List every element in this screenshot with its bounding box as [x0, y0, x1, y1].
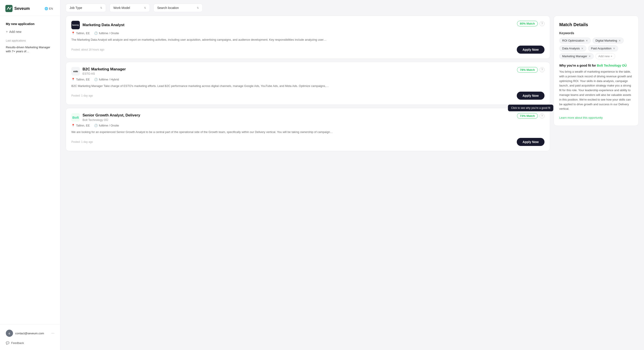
- avatar: c: [6, 330, 13, 337]
- job-3-match-area: 73% Match ? Click to see why you're a go…: [517, 113, 544, 119]
- job-1-match-area: 80% Match ?: [517, 21, 544, 26]
- keyword-data: Data Analysis ✕: [559, 45, 586, 51]
- esto-company-logo: esto: [71, 67, 80, 75]
- user-row[interactable]: c contact@seveum.com ···: [4, 328, 56, 339]
- add-keyword-button[interactable]: Add new +: [596, 53, 615, 59]
- job-card-1-title-area: benrey Marketing Data Analyst: [71, 21, 124, 29]
- fit-company-name[interactable]: Bolt Technology OÜ: [597, 64, 627, 67]
- job-card-1[interactable]: benrey Marketing Data Analyst 80% Match …: [66, 16, 550, 59]
- language-button[interactable]: 🌐 EN: [43, 6, 55, 11]
- seveum-logo-icon: [5, 5, 12, 12]
- job-card-1-titles: Marketing Data Analyst: [82, 23, 124, 27]
- job-card-3-titles: Senior Growth Analyst, Delivery Bolt Tec…: [82, 113, 140, 121]
- logo-text: Seveum: [14, 6, 30, 11]
- keyword-paid-text: Paid Acquisition: [591, 47, 612, 50]
- job-2-match-area: 78% Match ?: [517, 67, 544, 73]
- add-new-label: Add new: [9, 30, 21, 33]
- keyword-manager: Marketing Manager ✕: [559, 53, 594, 59]
- job-3-tooltip: Click to see why you're a good fit: [508, 105, 554, 111]
- clock-icon-2: 🕐: [94, 78, 98, 81]
- add-keyword-plus-icon: +: [611, 54, 612, 58]
- match-details-title: Match Details: [559, 22, 633, 27]
- plus-icon: +: [6, 30, 8, 34]
- job-2-jobtype: 🕐 fulltime / Hybrid: [94, 78, 119, 81]
- keyword-digital-remove[interactable]: ✕: [618, 39, 621, 42]
- job-card-3-header: Bolt Senior Growth Analyst, Delivery Bol…: [71, 113, 544, 122]
- job-card-2[interactable]: esto B2C Marketing Manager ESTO AS 78% M…: [66, 62, 550, 105]
- add-new-button[interactable]: + Add new: [4, 28, 56, 35]
- job-2-apply-button[interactable]: Apply Now: [517, 92, 544, 100]
- current-application-title[interactable]: My new application: [4, 20, 56, 27]
- job-2-company: ESTO AS: [82, 72, 126, 75]
- work-model-label: Work Model: [113, 6, 130, 9]
- keyword-paid: Paid Acquisition ✕: [588, 45, 618, 51]
- fit-description: You bring a wealth of marketing experien…: [559, 69, 633, 111]
- chevron-up-down-icon-3: ⇅: [197, 6, 199, 9]
- keyword-roi-text: ROI Optimization: [562, 39, 584, 42]
- clock-icon-3: 🕐: [94, 124, 98, 127]
- job-1-posted: Posted: about 18 hours ago: [71, 48, 104, 51]
- user-email: contact@seveum.com: [15, 332, 49, 335]
- clock-icon: 🕐: [94, 31, 98, 35]
- job-1-meta: 📍 Tallinn, EE 🕐 fulltime / Onsite: [71, 31, 544, 35]
- keyword-manager-text: Marketing Manager: [562, 54, 587, 58]
- job-3-company: Bolt Technology OÜ: [82, 118, 140, 122]
- main-content: Job Type ⇅ Work Model ⇅ Search location …: [60, 0, 644, 350]
- sidebar-header: Seveum 🌐 EN: [0, 0, 60, 16]
- keyword-data-remove[interactable]: ✕: [581, 47, 584, 50]
- filter-bar: Job Type ⇅ Work Model ⇅ Search location …: [60, 0, 644, 16]
- location-filter[interactable]: Search location ⇅: [154, 3, 202, 12]
- work-model-filter[interactable]: Work Model ⇅: [110, 3, 150, 12]
- sidebar-nav: My new application + Add new Last applic…: [0, 16, 60, 324]
- job-1-title: Marketing Data Analyst: [82, 23, 124, 27]
- benrey-company-logo: benrey: [71, 21, 80, 29]
- job-card-1-header: benrey Marketing Data Analyst 80% Match …: [71, 21, 544, 29]
- fit-title: Why you're a good fit for Bolt Technolog…: [559, 64, 633, 67]
- keyword-manager-remove[interactable]: ✕: [588, 55, 591, 58]
- job-card-2-titles: B2C Marketing Manager ESTO AS: [82, 67, 126, 75]
- job-3-info-icon[interactable]: ?: [540, 113, 544, 118]
- job-1-apply-button[interactable]: Apply Now: [517, 46, 544, 54]
- job-2-description: B2C Marketing Manager Take charge of EST…: [71, 84, 544, 88]
- keywords-grid: ROI Optimization ✕ Digital Marketing ✕ D…: [559, 37, 633, 59]
- job-type-filter[interactable]: Job Type ⇅: [66, 3, 106, 12]
- more-options-icon[interactable]: ···: [52, 331, 54, 335]
- svg-rect-0: [5, 5, 12, 12]
- keywords-section-title: Keywords: [559, 31, 633, 35]
- job-3-title: Senior Growth Analyst, Delivery: [82, 113, 140, 118]
- job-2-info-icon[interactable]: ?: [540, 67, 544, 72]
- job-1-description: The Marketing Data Analyst will analyze …: [71, 37, 544, 42]
- keyword-roi-remove[interactable]: ✕: [586, 39, 588, 42]
- match-details-panel: Match Details Keywords ROI Optimization …: [554, 16, 639, 126]
- add-keyword-label: Add new: [598, 54, 610, 58]
- keyword-data-text: Data Analysis: [562, 47, 580, 50]
- job-card-3[interactable]: Bolt Senior Growth Analyst, Delivery Bol…: [66, 108, 550, 151]
- bolt-company-logo: Bolt: [71, 113, 80, 122]
- feedback-icon: 💬: [6, 341, 10, 345]
- last-application-item[interactable]: Results-driven Marketing Manager with 7+…: [4, 43, 56, 55]
- job-card-2-title-area: esto B2C Marketing Manager ESTO AS: [71, 67, 126, 75]
- chevron-up-down-icon-2: ⇅: [144, 6, 146, 9]
- job-3-footer: Posted: 1 day ago Apply Now: [71, 138, 544, 146]
- job-1-info-icon[interactable]: ?: [540, 21, 544, 26]
- keyword-paid-remove[interactable]: ✕: [613, 47, 615, 50]
- job-1-location: 📍 Tallinn, EE: [71, 31, 90, 35]
- job-3-posted: Posted: 1 day ago: [71, 140, 93, 143]
- job-3-apply-button[interactable]: Apply Now: [517, 138, 544, 146]
- job-1-match-badge: 80% Match: [517, 21, 538, 26]
- jobs-and-detail: benrey Marketing Data Analyst 80% Match …: [60, 16, 644, 350]
- logo-area: Seveum: [5, 5, 30, 12]
- job-2-posted: Posted: 1 day ago: [71, 94, 93, 97]
- feedback-button[interactable]: 💬 Feedback: [4, 340, 56, 347]
- sidebar: Seveum 🌐 EN My new application + Add new…: [0, 0, 60, 350]
- chevron-up-down-icon: ⇅: [100, 6, 102, 9]
- job-3-match-badge: 73% Match: [517, 113, 538, 119]
- sidebar-footer: c contact@seveum.com ··· 💬 Feedback: [0, 324, 60, 350]
- job-1-jobtype: 🕐 fulltime / Onsite: [94, 31, 119, 35]
- location-icon-3: 📍: [71, 124, 75, 127]
- job-2-location: 📍 Tallinn, EE: [71, 78, 90, 81]
- job-3-description: We are looking for an experienced Senior…: [71, 130, 544, 134]
- keyword-digital: Digital Marketing ✕: [592, 37, 624, 43]
- learn-more-link[interactable]: Learn more about this opportunity: [559, 116, 603, 119]
- job-2-footer: Posted: 1 day ago Apply Now: [71, 92, 544, 100]
